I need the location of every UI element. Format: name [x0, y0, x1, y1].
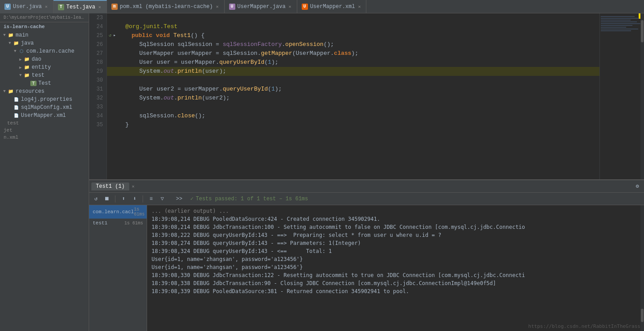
folder-icon: 📁 [23, 56, 30, 62]
stop-button[interactable]: ⏹ [103, 194, 111, 203]
chevron-right-icon: ▶ [18, 57, 23, 62]
code-content[interactable]: @org.junit.Test ↺ ▸ public void Test1() … [107, 13, 599, 179]
sidebar-item-resources[interactable]: ▼ 📁 resources [0, 87, 89, 95]
sidebar-item-test-bottom-label: test [7, 120, 19, 126]
sidebar-item-log4j-label: log4j.properties [21, 96, 72, 103]
sidebar-item-resources-label: resources [16, 88, 45, 95]
test-result-text: Tests passed: 1 of 1 test – 1s 61ms [196, 196, 308, 202]
tab-user-java-label: User.java [13, 4, 42, 10]
tab-usermapper-xml-label: UserMapper.xml [310, 4, 355, 10]
sidebar-item-log4j[interactable]: 📄 log4j.properties [0, 95, 89, 103]
xml-icon: U [302, 4, 308, 10]
collapse-button[interactable]: ⬆ [119, 194, 128, 203]
bottom-tab-test1-label: Test1 (1) [96, 183, 125, 190]
sidebar: D:\myLearnProject\mybatis-learn-cache is… [0, 13, 89, 331]
console-line-4: 18:39:08,274 DEBUG queryUserById:143 - =… [152, 239, 640, 247]
sidebar-item-nxml-label: n.xml [2, 135, 18, 140]
sidebar-item-main[interactable]: ▼ 📁 main [0, 31, 89, 39]
tab-pom-xml-close[interactable]: ✕ [215, 4, 220, 10]
sidebar-item-usermapper-xml-label: UserMapper.xml [21, 112, 66, 119]
sidebar-item-dao-label: dao [32, 56, 41, 62]
console-scrollbar[interactable] [640, 205, 644, 331]
main-area: D:\myLearnProject\mybatis-learn-cache is… [0, 13, 644, 331]
sidebar-item-sqlmapconfig[interactable]: 📄 sqlMapConfig.xml [0, 103, 89, 112]
tab-user-java-close[interactable]: ✕ [44, 4, 49, 10]
tab-usermapper-java-close[interactable]: ✕ [288, 4, 292, 10]
sidebar-item-nxml[interactable]: n.xml [0, 134, 89, 141]
tab-test-java-close[interactable]: ✕ [98, 4, 102, 10]
console-line-9: 18:39:08,338 DEBUG JdbcTransaction:90 - … [152, 279, 640, 287]
console-line-10: 18:39:08,339 DEBUG PooledDataSource:381 … [152, 287, 640, 295]
sort-button[interactable]: ≡ [147, 194, 156, 203]
test-icon: T [58, 4, 64, 10]
sidebar-item-test-folder[interactable]: ▼ 📁 test [0, 71, 89, 79]
code-line-27: UserMapper userMapper = sqlSession.getMa… [111, 49, 599, 58]
tab-usermapper-java[interactable]: U UserMapper.java ✕ [225, 0, 297, 13]
sidebar-item-usermapper-xml[interactable]: 📄 UserMapper.xml [0, 112, 89, 120]
settings-button[interactable]: ⚙ [633, 182, 642, 191]
sidebar-item-test-bottom[interactable]: test [0, 120, 89, 127]
code-line-33 [111, 103, 599, 112]
code-line-23 [111, 13, 599, 22]
test-list-item-0-name: com.learn.cacl [93, 209, 134, 215]
console-line-6: User{id=1, name='zhangsan', password='a1… [152, 255, 640, 263]
sidebar-item-test-class[interactable]: T Test [0, 79, 89, 87]
sidebar-item-jet[interactable]: jet [0, 127, 89, 134]
tab-usermapper-xml-close[interactable]: ✕ [357, 4, 361, 10]
sidebar-item-java[interactable]: ▼ 📁 java [0, 39, 89, 47]
tab-usermapper-xml[interactable]: U UserMapper.xml ✕ [297, 0, 367, 13]
sidebar-item-entity[interactable]: ▶ 📁 entity [0, 63, 89, 71]
editor-area: 23 24 25 26 27 28 29 30 31 32 33 34 35 [89, 13, 644, 331]
sidebar-item-entity-label: entity [32, 64, 51, 70]
chevron-right-icon: ▶ [18, 65, 23, 70]
test-list-item-0[interactable]: com.learn.cacl 1s 61ms [89, 205, 147, 219]
xml-file-icon: 📄 [12, 104, 20, 111]
bottom-tab-test1[interactable]: Test1 (1) [91, 182, 129, 190]
chevron-down-icon: ▼ [12, 49, 18, 54]
sidebar-item-sqlmapconfig-label: sqlMapConfig.xml [21, 104, 72, 111]
sidebar-item-main-label: main [16, 32, 29, 38]
tab-test-java[interactable]: T Test.java ✕ [53, 0, 107, 13]
folder-icon: 📁 [7, 88, 14, 95]
console-line-8: 18:39:08,330 DEBUG JdbcTransaction:122 -… [152, 271, 640, 279]
console-line-2: 18:39:08,214 DEBUG JdbcTransaction:100 -… [152, 223, 640, 231]
more-button[interactable]: >> [175, 194, 184, 203]
project-path: D:\myLearnProject\mybatis-learn-cache [0, 13, 89, 22]
line-numbers: 23 24 25 26 27 28 29 30 31 32 33 34 35 [89, 13, 107, 179]
sidebar-item-dao[interactable]: ▶ 📁 dao [0, 55, 89, 63]
bottom-tab-test1-close[interactable]: ✕ [131, 183, 135, 190]
code-line-29: System.out.println(user); [107, 67, 599, 76]
checkmark-icon: ✓ [190, 195, 193, 202]
tab-test-java-label: Test.java [66, 4, 95, 10]
code-line-35: } [111, 120, 599, 129]
folder-icon: 📁 [23, 72, 30, 79]
expand-button[interactable]: ⬇ [130, 194, 139, 203]
bottom-toolbar: ↺ ⏹ ⬆ ⬇ ≡ ▽ >> ✓ Tests passed: 1 of 1 te… [89, 193, 644, 205]
sidebar-item-package[interactable]: ▼ ⬡ com.learn.cache [0, 47, 89, 55]
code-line-25: ↺ ▸ public void Test1() { [111, 31, 599, 40]
tab-pom-xml[interactable]: m pom.xml (mybatis-learn-cache) ✕ [107, 0, 225, 13]
rerun-button[interactable]: ↺ [91, 194, 100, 203]
code-line-24: @org.junit.Test [111, 22, 599, 31]
test-list-item-1[interactable]: test1 1s 61ms [89, 219, 147, 228]
bottom-panel: Test1 (1) ✕ ⚙ ↺ ⏹ ⬆ ⬇ ≡ ▽ >> ✓ Tests pas… [89, 179, 644, 331]
mapper-icon: U [229, 4, 235, 10]
tab-user-java[interactable]: U User.java ✕ [0, 0, 53, 13]
sidebar-tree: ▼ 📁 main ▼ 📁 java ▼ ⬡ com.learn.cache [0, 31, 89, 331]
test-list-item-1-time: 1s 61ms [124, 221, 143, 226]
test-list-item-1-name: test1 [93, 220, 107, 226]
xml-file2-icon: 📄 [12, 112, 20, 119]
code-line-34: sqlSession.close(); [111, 112, 599, 120]
tab-pom-xml-label: pom.xml (mybatis-learn-cache) [120, 4, 213, 10]
tab-bar: U User.java ✕ T Test.java ✕ m pom.xml (m… [0, 0, 644, 13]
console-area[interactable]: ... (earlier output) ... 18:39:08,214 DE… [147, 205, 644, 331]
toolbar-separator-2 [143, 195, 143, 203]
code-editor[interactable]: 23 24 25 26 27 28 29 30 31 32 33 34 35 [89, 13, 644, 179]
console-line-5: 18:39:08,324 DEBUG queryUserById:143 - <… [152, 247, 640, 255]
chevron-down-icon: ▼ [2, 89, 7, 94]
console-scrollbar-thumb[interactable] [641, 309, 644, 322]
folder-icon: 📁 [12, 40, 20, 46]
filter-button[interactable]: ▽ [158, 194, 167, 203]
console-line-3: 18:39:08,222 DEBUG queryUserById:143 - =… [152, 231, 640, 239]
test-class-icon: T [30, 81, 37, 86]
